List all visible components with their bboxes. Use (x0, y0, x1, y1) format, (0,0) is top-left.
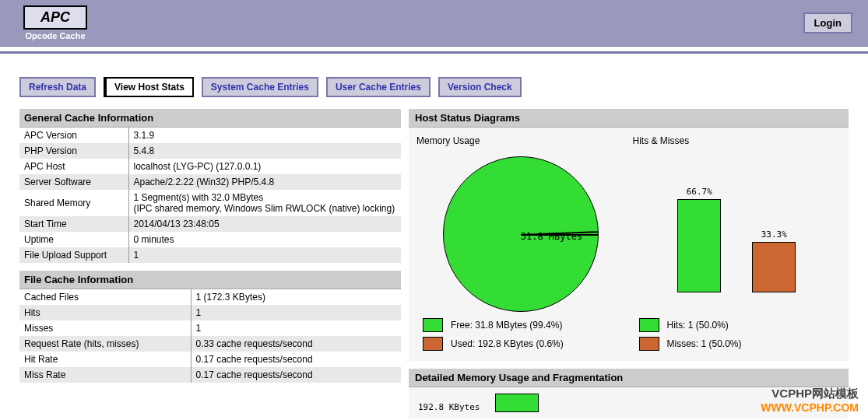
info-value: 5.4.8 (128, 143, 401, 159)
hits-misses-diagram: Hits & Misses 66.7% 33.3% Hits: (629, 131, 845, 357)
nav-user-cache-entries[interactable]: User Cache Entries (326, 77, 430, 97)
login-button[interactable]: Login (803, 12, 852, 33)
nav-bar: Refresh Data View Host Stats System Cach… (0, 54, 868, 109)
header-bar: APC Opcode Cache Login (0, 0, 868, 47)
legend-text: Used: 192.8 KBytes (0.6%) (451, 338, 564, 349)
table-row: PHP Version5.4.8 (19, 143, 401, 159)
watermark-text-2: WWW.VCPHP.COM (761, 401, 859, 414)
bar-label: 66.7% (687, 187, 712, 197)
swatch-green-icon (639, 318, 659, 332)
info-value: 0.17 cache requests/second (191, 367, 401, 383)
legend-text: Misses: 1 (50.0%) (667, 338, 742, 349)
info-label: Hits (19, 305, 191, 320)
info-label: APC Version (19, 128, 128, 143)
table-row: Hit Rate0.17 cache requests/second (19, 352, 401, 367)
legend-text: Hits: 1 (50.0%) (667, 320, 729, 331)
info-value: localhost (LYG-PC) (127.0.0.1) (128, 159, 401, 174)
info-label: Hit Rate (19, 352, 191, 367)
memory-usage-diagram: Memory Usage 31.8 MBytes Free: 31.8 MByt… (413, 131, 629, 357)
table-row: File Upload Support1 (19, 247, 401, 263)
host-status-title: Host Status Diagrams (409, 109, 849, 128)
file-cache-table: Cached Files1 (172.3 KBytes) Hits1 Misse… (19, 289, 401, 383)
pie-label: 31.8 MBytes (521, 231, 582, 242)
nav-system-cache-entries[interactable]: System Cache Entries (202, 77, 318, 97)
info-value: 1 (191, 305, 401, 320)
logo-sub: Opcode Cache (25, 31, 85, 40)
hits-bar (677, 199, 721, 292)
info-label: File Upload Support (19, 247, 128, 263)
info-label: Shared Memory (19, 190, 128, 216)
general-cache-table: APC Version3.1.9 PHP Version5.4.8 APC Ho… (19, 128, 401, 263)
info-value: 1 (191, 320, 401, 336)
general-cache-title: General Cache Information (19, 109, 401, 128)
fragmentation-bar (495, 394, 539, 412)
table-row: Miss Rate0.17 cache requests/second (19, 367, 401, 383)
info-label: APC Host (19, 159, 128, 174)
info-value: Apache/2.2.22 (Win32) PHP/5.4.8 (128, 174, 401, 190)
legend-free: Free: 31.8 MBytes (99.4%) (416, 316, 625, 334)
table-row: Uptime0 minutes (19, 232, 401, 247)
swatch-red-icon (423, 337, 443, 351)
watermark: VCPHP网站模板 WWW.VCPHP.COM (761, 387, 859, 414)
info-value: 1 (128, 247, 401, 263)
watermark-text-1: VCPHP网站模板 (761, 387, 859, 401)
table-row: Misses1 (19, 320, 401, 336)
table-row: APC Hostlocalhost (LYG-PC) (127.0.0.1) (19, 159, 401, 174)
info-label: PHP Version (19, 143, 128, 159)
info-label: Misses (19, 320, 191, 336)
info-label: Miss Rate (19, 367, 191, 383)
nav-refresh-data[interactable]: Refresh Data (19, 77, 96, 97)
info-label: Cached Files (19, 289, 191, 305)
info-value: 0.33 cache requests/second (191, 336, 401, 352)
nav-version-check[interactable]: Version Check (438, 77, 522, 97)
table-row: APC Version3.1.9 (19, 128, 401, 143)
info-label: Request Rate (hits, misses) (19, 336, 191, 352)
info-value: 2014/04/13 23:48:05 (128, 216, 401, 232)
swatch-green-icon (423, 318, 443, 332)
fragmentation-title: Detailed Memory Usage and Fragmentation (409, 369, 849, 387)
table-row: Request Rate (hits, misses)0.33 cache re… (19, 336, 401, 352)
legend-text: Free: 31.8 MBytes (99.4%) (451, 320, 562, 331)
table-row: Server SoftwareApache/2.2.22 (Win32) PHP… (19, 174, 401, 190)
nav-view-host-stats: View Host Stats (104, 77, 194, 97)
memory-usage-title: Memory Usage (416, 135, 625, 146)
memory-pie-chart: 31.8 MBytes (443, 156, 599, 312)
info-value: 0.17 cache requests/second (191, 352, 401, 367)
misses-bar (752, 242, 796, 292)
logo-box: APC Opcode Cache (23, 5, 87, 40)
legend-used: Used: 192.8 KBytes (0.6%) (416, 334, 625, 353)
swatch-red-icon (639, 337, 659, 351)
legend-hits: Hits: 1 (50.0%) (633, 316, 842, 334)
info-label: Uptime (19, 232, 128, 247)
table-row: Cached Files1 (172.3 KBytes) (19, 289, 401, 305)
info-value: 1 Segment(s) with 32.0 MBytes (IPC share… (128, 190, 401, 216)
table-row: Start Time2014/04/13 23:48:05 (19, 216, 401, 232)
host-status-panel: Host Status Diagrams Memory Usage 31.8 M… (409, 109, 849, 361)
info-value: 0 minutes (128, 232, 401, 247)
info-value: 3.1.9 (128, 128, 401, 143)
legend-misses: Misses: 1 (50.0%) (633, 334, 842, 353)
fragmentation-label: 192.8 KBytes (418, 402, 480, 412)
table-row: Shared Memory1 Segment(s) with 32.0 MByt… (19, 190, 401, 216)
hits-misses-title: Hits & Misses (633, 135, 842, 146)
info-value: 1 (172.3 KBytes) (191, 289, 401, 305)
general-cache-panel: General Cache Information APC Version3.1… (19, 109, 401, 263)
file-cache-panel: File Cache Information Cached Files1 (17… (19, 271, 401, 383)
file-cache-title: File Cache Information (19, 271, 401, 289)
info-label: Server Software (19, 174, 128, 190)
logo-main: APC (23, 5, 87, 30)
table-row: Hits1 (19, 305, 401, 320)
bar-label: 33.3% (761, 229, 787, 240)
info-label: Start Time (19, 216, 128, 232)
